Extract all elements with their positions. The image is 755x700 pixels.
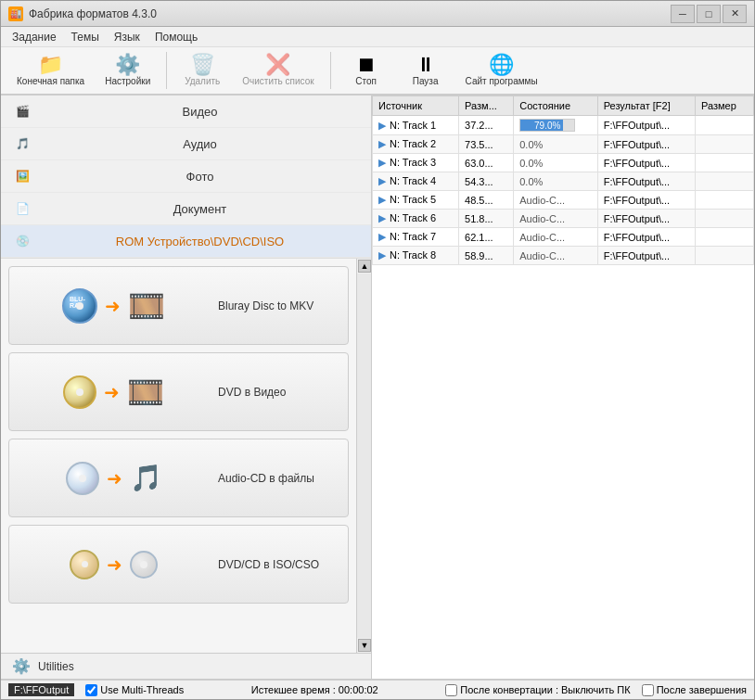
cell-size: 63.0... bbox=[459, 154, 514, 172]
cell-result: F:\FFOutput\... bbox=[597, 172, 695, 191]
cell-filesize bbox=[696, 191, 754, 210]
menu-zadanie[interactable]: Задание bbox=[5, 29, 64, 45]
row-icon: ▶ bbox=[378, 194, 386, 205]
after-conversion-input[interactable] bbox=[445, 684, 457, 696]
elapsed-time: Истекшее время : 00:00:02 bbox=[195, 684, 434, 695]
arrow-icon-1: ➜ bbox=[105, 295, 121, 317]
menubar: Задание Темы Язык Помощь bbox=[1, 27, 754, 47]
cell-source: ▶N: Track 1 bbox=[373, 116, 459, 135]
dvd-disc-icon bbox=[63, 375, 96, 409]
cell-status: Audio-C... bbox=[514, 247, 597, 265]
app-icon: 🏭 bbox=[8, 6, 23, 21]
format-audiocd-files[interactable]: ➜ 🎵 Audio-CD в файлы bbox=[8, 439, 349, 517]
output-path[interactable]: F:\FFOutput bbox=[8, 683, 74, 696]
audio-file-icon: 🎵 bbox=[130, 463, 162, 493]
settings-icon: ⚙️ bbox=[115, 55, 140, 75]
dvd-category-icon: 💿 bbox=[12, 231, 32, 251]
table-row[interactable]: ▶N: Track 548.5...Audio-C...F:\FFOutput\… bbox=[373, 191, 754, 210]
cell-filesize bbox=[696, 247, 754, 265]
stop-icon: ⏹ bbox=[356, 55, 377, 75]
category-list: 🎬 Видео 🎵 Аудио 🖼️ Фото 📄 Документ 💿 bbox=[1, 95, 371, 259]
cell-result: F:\FFOutput\... bbox=[597, 116, 695, 135]
format-bluray-mkv[interactable]: BLU-RAY ➜ 🎞️ Bluray Disc to MKV bbox=[8, 266, 349, 345]
toolbar-site-button[interactable]: 🌐 Сайт программы bbox=[457, 50, 546, 91]
cell-filesize bbox=[696, 154, 754, 172]
toolbar-clear-label: Очистить список bbox=[242, 76, 314, 86]
category-photo-label: Фото bbox=[40, 170, 360, 184]
menu-yazyk[interactable]: Язык bbox=[107, 29, 147, 45]
format-bluray-mkv-label: Bluray Disc to MKV bbox=[207, 299, 337, 312]
toolbar-delete-button[interactable]: 🗑️ Удалить bbox=[174, 50, 230, 91]
col-size[interactable]: Разм... bbox=[459, 96, 514, 116]
col-filesize[interactable]: Размер bbox=[696, 96, 754, 116]
toolbar-clear-button[interactable]: ❌ Очистить список bbox=[234, 50, 322, 91]
cell-filesize bbox=[696, 228, 754, 247]
menu-temy[interactable]: Темы bbox=[64, 29, 107, 45]
after-completion-checkbox[interactable]: После завершения bbox=[642, 684, 747, 696]
maximize-button[interactable]: □ bbox=[697, 5, 721, 23]
table-row[interactable]: ▶N: Track 762.1...Audio-C...F:\FFOutput\… bbox=[373, 228, 754, 247]
progress-text: 79.0% bbox=[520, 120, 574, 133]
toolbar-folder-button[interactable]: 📁 Конечная папка bbox=[8, 50, 93, 91]
mkv-icon: 🎞️ bbox=[128, 288, 165, 324]
close-button[interactable]: ✕ bbox=[723, 5, 747, 23]
toolbar-stop-button[interactable]: ⏹ Стоп bbox=[339, 50, 394, 91]
format-icons-dvd: ➜ 🎞️ bbox=[20, 375, 207, 410]
minimize-button[interactable]: ─ bbox=[671, 5, 695, 23]
table-row[interactable]: ▶N: Track 858.9...Audio-C...F:\FFOutput\… bbox=[373, 247, 754, 265]
toolbar-settings-button[interactable]: ⚙️ Настройки bbox=[96, 50, 159, 91]
bluray-disc-icon: BLU-RAY bbox=[62, 288, 97, 324]
format-area: BLU-RAY ➜ 🎞️ Bluray Disc to MKV ➜ bbox=[1, 259, 371, 653]
scroll-up-btn[interactable]: ▲ bbox=[358, 260, 371, 273]
cell-status: 79.0% bbox=[514, 116, 597, 135]
table-row[interactable]: ▶N: Track 137.2... 79.0% F:\FFOutput\... bbox=[373, 116, 754, 135]
category-photo[interactable]: 🖼️ Фото bbox=[1, 160, 371, 193]
format-dvd-video[interactable]: ➜ 🎞️ DVD в Видео bbox=[8, 352, 349, 431]
toolbar-pause-button[interactable]: ⏸ Пауза bbox=[398, 50, 454, 91]
scroll-down-btn[interactable]: ▼ bbox=[358, 639, 371, 652]
video-category-icon: 🎬 bbox=[12, 101, 32, 121]
table-row[interactable]: ▶N: Track 651.8...Audio-C...F:\FFOutput\… bbox=[373, 210, 754, 228]
format-scrollbar: ▲ ▼ bbox=[356, 259, 371, 653]
cell-size: 54.3... bbox=[459, 172, 514, 191]
col-source[interactable]: Источник bbox=[373, 96, 459, 116]
menu-pomoshch[interactable]: Помощь bbox=[147, 29, 205, 45]
after-conversion-label: После конвертации : Выключить ПК bbox=[460, 684, 630, 695]
table-row[interactable]: ▶N: Track 363.0...0.0%F:\FFOutput\... bbox=[373, 154, 754, 172]
folder-icon: 📁 bbox=[38, 55, 63, 75]
titlebar: 🏭 Фабрика форматов 4.3.0 ─ □ ✕ bbox=[1, 1, 754, 27]
cell-status: 0.0% bbox=[514, 135, 597, 154]
category-document[interactable]: 📄 Документ bbox=[1, 193, 371, 225]
arrow-icon-2: ➜ bbox=[104, 381, 120, 403]
after-completion-input[interactable] bbox=[642, 684, 654, 696]
table-row[interactable]: ▶N: Track 273.5...0.0%F:\FFOutput\... bbox=[373, 135, 754, 154]
col-result[interactable]: Результат [F2] bbox=[597, 96, 695, 116]
multithreads-input[interactable] bbox=[85, 684, 97, 696]
cell-source: ▶N: Track 5 bbox=[373, 191, 459, 210]
after-completion-label: После завершения bbox=[657, 684, 747, 695]
photo-category-icon: 🖼️ bbox=[12, 166, 32, 186]
utilities-bar[interactable]: ⚙️ Utilities bbox=[1, 653, 371, 679]
format-scroll[interactable]: BLU-RAY ➜ 🎞️ Bluray Disc to MKV ➜ bbox=[1, 259, 356, 653]
scroll-track bbox=[357, 274, 371, 638]
format-dvdcd-iso-label: DVD/CD в ISO/CSO bbox=[207, 558, 337, 571]
after-conversion-checkbox[interactable]: После конвертации : Выключить ПК bbox=[445, 684, 630, 696]
toolbar: 📁 Конечная папка ⚙️ Настройки 🗑️ Удалить… bbox=[1, 47, 754, 95]
col-status[interactable]: Состояние bbox=[514, 96, 597, 116]
status-text: Audio-C... bbox=[519, 232, 565, 243]
cell-status: 0.0% bbox=[514, 154, 597, 172]
multithreads-checkbox[interactable]: Use Multi-Threads bbox=[85, 684, 184, 696]
format-dvdcd-iso[interactable]: ➜ DVD/CD в ISO/CSO bbox=[8, 525, 349, 604]
table-row[interactable]: ▶N: Track 454.3...0.0%F:\FFOutput\... bbox=[373, 172, 754, 191]
cell-source: ▶N: Track 8 bbox=[373, 247, 459, 265]
category-dvd-label: ROM Устройство\DVD\CD\ISO bbox=[40, 235, 360, 248]
cell-source: ▶N: Track 6 bbox=[373, 210, 459, 228]
row-icon: ▶ bbox=[378, 249, 386, 261]
delete-icon: 🗑️ bbox=[190, 55, 215, 75]
cell-size: 58.9... bbox=[459, 247, 514, 265]
category-video[interactable]: 🎬 Видео bbox=[1, 95, 371, 128]
cell-status: 0.0% bbox=[514, 172, 597, 191]
category-audio[interactable]: 🎵 Аудио bbox=[1, 128, 371, 160]
category-dvd[interactable]: 💿 ROM Устройство\DVD\CD\ISO bbox=[1, 225, 371, 258]
iso-disc-icon bbox=[70, 550, 99, 579]
